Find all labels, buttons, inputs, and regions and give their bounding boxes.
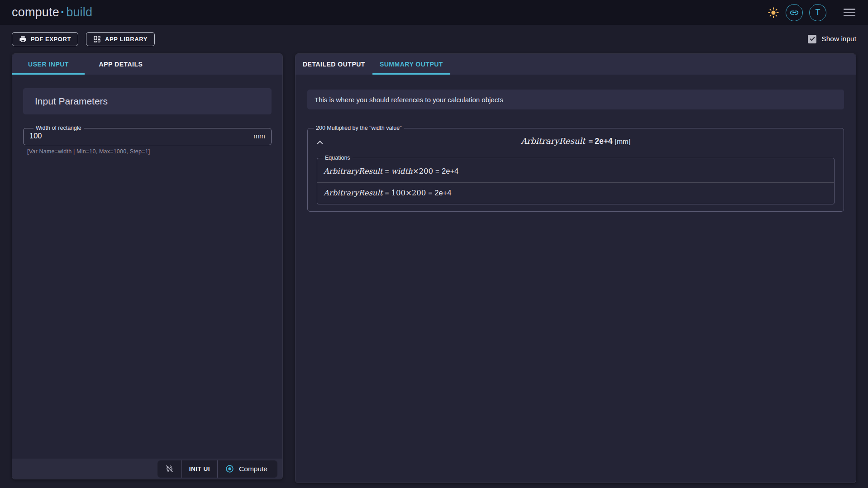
equations-box: Equations ArbitraryResult=width×200=2e+4… [317, 155, 835, 204]
equation-lhs: ArbitraryResult [324, 189, 382, 197]
compute-label: Compute [239, 465, 267, 473]
link-icon [789, 8, 799, 18]
equation-row-numeric: ArbitraryResult=100×200=2e+4 [317, 182, 834, 204]
pdf-export-button[interactable]: PDF EXPORT [12, 32, 78, 46]
width-field-row: mm [29, 132, 265, 140]
width-field-unit: mm [253, 132, 265, 140]
result-value: 2e+4 [595, 137, 612, 146]
equations-legend: Equations [323, 155, 353, 161]
app-library-button[interactable]: APP LIBRARY [86, 32, 155, 46]
input-panel-body: Input Parameters Width of rectangle mm [… [12, 88, 282, 155]
equation-expr-var: width [391, 167, 412, 175]
app-logo: compute·build [12, 5, 92, 19]
equation-equals: = [385, 189, 389, 197]
input-panel-tabs: USER INPUT APP DETAILS [12, 54, 282, 75]
equation-expr-const: ×200 [413, 167, 433, 175]
logo-dot: · [61, 5, 65, 19]
show-input-label: Show input [821, 35, 856, 43]
tab-app-details[interactable]: APP DETAILS [85, 54, 157, 75]
pdf-export-label: PDF EXPORT [31, 36, 71, 43]
tab-detailed-output[interactable]: DETAILED OUTPUT [296, 54, 372, 75]
output-panel-tabs: DETAILED OUTPUT SUMMARY OUTPUT [296, 54, 856, 75]
result-name: ArbitraryResult [521, 136, 585, 146]
radio-checked-icon [225, 464, 234, 474]
result-header: ArbitraryResult=2e+4[mm] [314, 132, 837, 153]
input-parameters-heading: Input Parameters [23, 88, 272, 114]
width-field-helper: [Var Name=width | Min=10, Max=1000, Step… [27, 148, 272, 155]
summary-info-message: This is where you should references to y… [307, 90, 844, 109]
avatar-letter: T [816, 8, 820, 17]
equation-result: 2e+4 [434, 189, 451, 197]
width-field-label: Width of rectangle [33, 125, 84, 131]
width-field: Width of rectangle mm [23, 125, 272, 145]
result-equals: = [588, 137, 593, 146]
equation-equals-2: = [428, 189, 432, 197]
tab-user-input[interactable]: USER INPUT [12, 54, 85, 75]
tab-summary-output[interactable]: SUMMARY OUTPUT [372, 54, 450, 75]
init-ui-button[interactable]: INIT UI [181, 460, 217, 478]
input-panel: USER INPUT APP DETAILS Input Parameters … [12, 53, 283, 479]
equation-expr-const: 100×200 [391, 189, 426, 197]
output-panel-body: This is where you should references to y… [296, 90, 856, 212]
equation-equals-2: = [435, 167, 439, 175]
user-avatar-button[interactable]: T [809, 4, 826, 21]
sync-disabled-icon [165, 464, 174, 474]
equation-row-symbolic: ArbitraryResult=width×200=2e+4 [317, 161, 834, 182]
result-formula: ArbitraryResult=2e+4[mm] [314, 136, 837, 146]
menu-icon[interactable] [843, 7, 856, 18]
sun-icon [768, 7, 779, 19]
app-library-label: APP LIBRARY [105, 36, 148, 43]
result-unit: [mm] [615, 137, 630, 145]
equation-lhs: ArbitraryResult [324, 167, 382, 175]
result-box-legend: 200 Multiplied by the "width value" [314, 125, 404, 131]
equation-result: 2e+4 [442, 167, 458, 175]
compute-button[interactable]: Compute [217, 460, 277, 478]
show-input-checkbox[interactable] [808, 35, 816, 43]
app-header: compute·build T [0, 0, 868, 25]
logo-part-build: build [66, 5, 92, 19]
equation-equals: = [385, 167, 389, 175]
output-panel: DETAILED OUTPUT SUMMARY OUTPUT This is w… [295, 53, 856, 483]
result-box: 200 Multiplied by the "width value" Arbi… [307, 125, 844, 212]
sync-disabled-button[interactable] [157, 460, 181, 478]
share-link-button[interactable] [786, 4, 803, 21]
main-content: USER INPUT APP DETAILS Input Parameters … [12, 53, 856, 483]
check-icon [809, 36, 816, 42]
printer-icon [19, 35, 27, 43]
theme-toggle-button[interactable] [768, 7, 779, 19]
input-panel-footer: INIT UI Compute [12, 459, 282, 479]
width-input[interactable] [29, 132, 253, 140]
appbar-actions: T [768, 4, 856, 21]
toolbar: PDF EXPORT APP LIBRARY Show input [12, 32, 856, 46]
app-library-icon [93, 35, 101, 43]
logo-part-compute: compute [12, 5, 59, 19]
action-button-group: INIT UI Compute [157, 460, 277, 478]
show-input-toggle[interactable]: Show input [808, 35, 856, 43]
